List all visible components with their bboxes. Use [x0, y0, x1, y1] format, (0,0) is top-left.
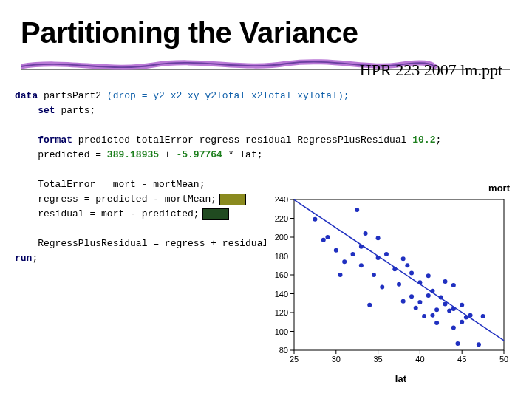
slide-title: Partitioning the Variance: [21, 16, 358, 50]
svg-point-36: [334, 248, 338, 253]
svg-point-46: [376, 256, 381, 260]
svg-text:240: 240: [275, 195, 288, 204]
svg-point-58: [417, 300, 422, 304]
svg-point-55: [409, 294, 414, 299]
svg-point-71: [451, 325, 456, 330]
svg-text:100: 100: [275, 327, 288, 336]
svg-point-37: [338, 273, 342, 277]
chart-xlabel: lat: [395, 373, 406, 384]
svg-point-64: [430, 289, 434, 293]
svg-text:35: 35: [373, 355, 382, 364]
svg-point-79: [477, 342, 481, 347]
slide-subtitle: HPR 223 2007 lm.ppt: [360, 61, 502, 80]
svg-point-60: [422, 314, 426, 318]
svg-text:45: 45: [457, 355, 466, 364]
svg-point-73: [451, 283, 456, 287]
svg-point-76: [460, 303, 464, 307]
svg-point-50: [392, 267, 397, 271]
svg-point-45: [372, 273, 376, 277]
svg-point-59: [417, 280, 422, 284]
svg-point-52: [401, 256, 406, 261]
svg-point-57: [414, 306, 418, 310]
svg-point-77: [464, 315, 468, 319]
svg-text:220: 220: [275, 214, 288, 223]
svg-text:180: 180: [275, 252, 288, 261]
svg-point-35: [325, 235, 330, 239]
svg-point-48: [380, 285, 384, 290]
svg-point-44: [367, 303, 372, 307]
svg-rect-1: [294, 200, 504, 350]
svg-point-70: [447, 308, 451, 313]
svg-text:120: 120: [275, 308, 288, 317]
kw-run: run: [15, 253, 32, 264]
svg-point-43: [364, 231, 368, 236]
kw-set: set: [38, 105, 55, 116]
scatter-chart: 25303540455080100120140160180200220240: [266, 195, 510, 371]
swatch-regress: [219, 194, 246, 205]
chart-ylabel: mort: [488, 183, 510, 194]
svg-point-49: [384, 252, 389, 256]
svg-point-53: [401, 299, 406, 304]
svg-text:140: 140: [275, 290, 288, 299]
svg-point-72: [451, 307, 456, 311]
svg-text:80: 80: [279, 346, 288, 355]
svg-point-66: [434, 307, 439, 312]
svg-point-41: [359, 263, 364, 267]
svg-text:25: 25: [290, 355, 299, 364]
svg-point-39: [351, 252, 355, 256]
swatch-residual: [202, 208, 229, 220]
svg-point-56: [409, 270, 414, 275]
svg-point-68: [443, 302, 447, 307]
svg-point-67: [439, 296, 443, 300]
svg-point-47: [376, 236, 381, 240]
slide: Partitioning the Variance HPR 223 2007 l…: [0, 0, 532, 399]
svg-point-33: [313, 217, 317, 222]
svg-point-80: [481, 314, 485, 318]
svg-point-78: [468, 313, 473, 318]
svg-point-75: [460, 320, 464, 324]
svg-point-69: [443, 279, 447, 284]
svg-point-63: [430, 313, 434, 318]
svg-text:200: 200: [275, 233, 288, 242]
svg-point-51: [397, 282, 401, 287]
svg-text:50: 50: [499, 355, 508, 364]
svg-point-38: [342, 259, 347, 264]
svg-point-62: [426, 273, 431, 278]
svg-point-40: [355, 208, 359, 212]
kw-data: data: [15, 90, 38, 101]
kw-format: format: [38, 134, 72, 146]
svg-point-34: [321, 238, 326, 242]
svg-text:30: 30: [332, 355, 341, 364]
svg-text:160: 160: [275, 270, 288, 279]
svg-point-54: [405, 263, 409, 267]
svg-point-65: [434, 321, 439, 325]
svg-point-74: [456, 341, 460, 346]
svg-point-61: [426, 293, 431, 298]
svg-line-32: [294, 200, 504, 341]
svg-text:40: 40: [415, 355, 424, 364]
svg-point-42: [359, 245, 364, 249]
